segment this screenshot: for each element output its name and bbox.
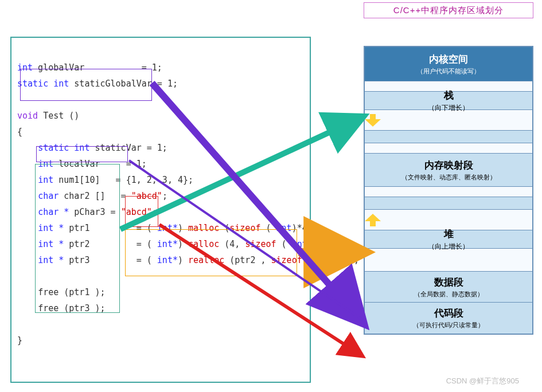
code-text: )*4); xyxy=(328,255,359,265)
var-pChar3: pChar3 xyxy=(69,207,105,217)
kw: int* xyxy=(157,255,178,265)
func-name: Test () xyxy=(38,111,79,121)
region-sub: （向上增长） xyxy=(365,242,532,252)
memory-region-7 xyxy=(365,187,532,197)
kw: char * xyxy=(38,207,69,217)
var-globalVar: globalVar xyxy=(33,62,84,73)
kw: int xyxy=(38,159,53,169)
region-title: 代码段 xyxy=(365,307,532,320)
code-text: = {1, 2, 3, 4}; xyxy=(111,175,194,185)
code-text: )); xyxy=(307,239,323,249)
var-staticGlobalVar: staticGlobalVar xyxy=(69,79,152,89)
code-text: = 1; xyxy=(121,159,147,169)
str-literal: "abcd" xyxy=(121,207,152,217)
stmt-free: free (ptr3 ); xyxy=(38,303,105,313)
memory-region-12: 数据段（全局数据、静态数据） xyxy=(365,272,532,303)
memory-layout: 内核空间（用户代码不能读写）栈（向下增长）内存映射段（文件映射、动态库、匿名映射… xyxy=(364,46,533,335)
var-localVar: localVar xyxy=(53,159,100,169)
region-sub: （用户代码不能读写） xyxy=(365,67,532,76)
memory-region-2: 栈（向下增长） xyxy=(365,92,532,110)
code-text: ) xyxy=(178,255,188,265)
code-text: ( xyxy=(260,223,276,233)
code-text: ) xyxy=(178,223,188,233)
arrow-up-icon xyxy=(365,214,381,226)
code-text: = xyxy=(116,191,131,201)
code-text: = ( xyxy=(131,255,152,265)
region-title: 数据段 xyxy=(365,276,532,289)
var-staticVar: staticVar xyxy=(89,143,141,153)
kw: int xyxy=(276,223,292,233)
memory-region-0: 内核空间（用户代码不能读写） xyxy=(365,47,532,81)
code-text: ( xyxy=(276,239,292,249)
var-num1: num1[10] xyxy=(53,175,100,185)
brace: } xyxy=(17,335,22,346)
kw-sizeof: sizeof xyxy=(245,239,276,249)
memory-region-4 xyxy=(365,131,532,143)
code-text: = 1; xyxy=(137,62,162,73)
kw: int xyxy=(38,175,53,185)
stmt-free: free (ptr1 ); xyxy=(38,287,105,297)
code-text: ; xyxy=(152,207,157,217)
region-sub: （文件映射、动态库、匿名映射） xyxy=(365,173,532,182)
code-text: = ( xyxy=(131,239,152,249)
region-title: 堆 xyxy=(365,228,532,241)
kw: static int xyxy=(17,79,69,89)
kw-sizeof: sizeof xyxy=(271,255,302,265)
kw: char xyxy=(38,191,59,201)
func-malloc: malloc xyxy=(188,223,219,233)
kw: int xyxy=(313,255,328,265)
str-literal: "abcd" xyxy=(131,191,162,201)
kw: int * xyxy=(38,255,64,265)
code-text: (4, xyxy=(219,239,245,249)
kw-sizeof: sizeof xyxy=(229,223,260,233)
var-ptr1: ptr1 xyxy=(64,223,89,233)
region-title: 栈 xyxy=(365,89,532,102)
memory-region-10: 堆（向上增长） xyxy=(365,230,532,249)
func-calloc: calloc xyxy=(188,239,219,249)
memory-region-8 xyxy=(365,197,532,210)
region-title: 内存映射段 xyxy=(365,159,532,172)
memory-region-11 xyxy=(365,249,532,272)
region-title: 内核空间 xyxy=(365,53,532,66)
code-panel: int globalVar = 1; static int staticGlob… xyxy=(10,37,311,383)
watermark: CSDN @鲜于言悠905 xyxy=(446,376,519,386)
code-text: = ( xyxy=(131,223,152,233)
code-text: = 1; xyxy=(152,79,178,89)
var-char2: char2 [] xyxy=(59,191,105,201)
kw: int xyxy=(17,62,33,73)
code-text: = 1; xyxy=(142,143,167,153)
code-text: (ptr2 , xyxy=(224,255,271,265)
kw: int * xyxy=(38,239,64,249)
func-realloc: realloc xyxy=(188,255,224,265)
region-sub: （向下增长） xyxy=(365,103,532,113)
region-sub: （可执行代码/只读常量） xyxy=(365,321,532,330)
region-sub: （全局数据、静态数据） xyxy=(365,290,532,299)
kw: int xyxy=(292,239,307,249)
code-text: = xyxy=(106,207,121,217)
memory-region-13: 代码段（可执行代码/只读常量） xyxy=(365,303,532,334)
kw: int* xyxy=(157,223,178,233)
kw: int * xyxy=(38,223,64,233)
arrow-down-icon xyxy=(365,114,381,127)
diagram-title: C/C++中程序内存区域划分 xyxy=(364,2,533,18)
memory-region-5 xyxy=(365,143,532,154)
kw: static int xyxy=(38,143,89,153)
memory-region-6: 内存映射段（文件映射、动态库、匿名映射） xyxy=(365,154,532,187)
code-listing: int globalVar = 1; static int staticGlob… xyxy=(17,44,304,376)
var-ptr2: ptr2 xyxy=(64,239,89,249)
brace: { xyxy=(17,127,22,137)
code-text: ) xyxy=(178,239,188,249)
code-text: ( xyxy=(219,223,229,233)
memory-region-3 xyxy=(365,110,532,131)
kw: void xyxy=(17,111,38,121)
code-text: ( xyxy=(302,255,313,265)
code-text: )*4); xyxy=(292,223,318,233)
var-ptr3: ptr3 xyxy=(64,255,89,265)
code-text: ; xyxy=(162,191,167,201)
kw: int* xyxy=(157,239,178,249)
